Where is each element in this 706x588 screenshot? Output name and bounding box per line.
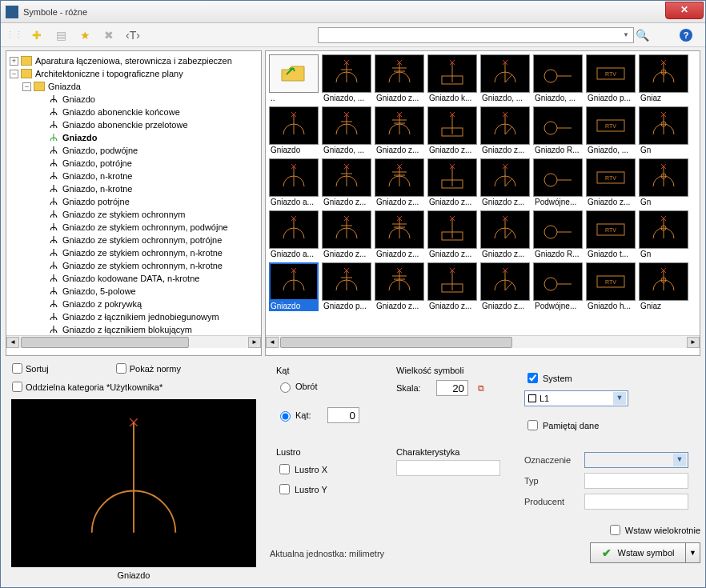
symbol-thumb[interactable]: Gniaz: [639, 262, 688, 311]
mirror-y-checkbox[interactable]: [279, 484, 290, 494]
tree-node[interactable]: − Gniazda: [10, 80, 261, 93]
tree-leaf[interactable]: Gniazdo: [10, 131, 261, 144]
up-folder-thumb[interactable]: ..: [269, 54, 319, 103]
symbol-thumb[interactable]: Gniazdo, ...: [480, 54, 530, 103]
symbol-thumb[interactable]: Gniazdo z...: [427, 106, 477, 155]
list-icon[interactable]: ▤: [52, 26, 70, 44]
symbol-thumb[interactable]: Gniazdo z...: [375, 210, 424, 259]
horizontal-scrollbar[interactable]: ◄ ►: [266, 335, 700, 348]
rotation-radio[interactable]: [280, 382, 291, 393]
tree-leaf[interactable]: Gniazdo potrójne: [10, 195, 261, 208]
show-norms-checkbox[interactable]: Pokaż normy: [113, 361, 181, 376]
symbol-thumb[interactable]: Gniazdo a...: [269, 210, 319, 259]
tree-leaf[interactable]: Gniazdo: [10, 93, 261, 106]
collapse-icon[interactable]: −: [22, 82, 31, 91]
symbol-thumb[interactable]: Podwójne...: [533, 158, 583, 207]
sort-checkbox[interactable]: Sortuj: [9, 361, 49, 376]
tree-leaf[interactable]: Gniazdo, 5-polowe: [10, 285, 261, 298]
manufacturer-input[interactable]: [584, 494, 688, 510]
tree-leaf[interactable]: Gniazdo abonenckie końcowe: [10, 106, 261, 118]
scroll-thumb[interactable]: [21, 337, 189, 348]
insert-dropdown-button[interactable]: ▼: [686, 542, 700, 563]
tree-leaf[interactable]: Gniazdo, potrójne: [10, 157, 261, 170]
symbol-thumb[interactable]: Gniazdo z...: [375, 262, 424, 311]
scroll-right-button[interactable]: ►: [687, 337, 700, 348]
text-icon[interactable]: ‹T›: [124, 26, 142, 44]
tree-leaf[interactable]: Gniazdo, n-krotne: [10, 170, 261, 182]
symbol-thumb[interactable]: Gniaz: [639, 54, 688, 103]
symbol-thumb[interactable]: Gniazdo z...: [480, 210, 530, 259]
tree-leaf[interactable]: Gniazdo ze stykiem ochronnym, podwójne: [10, 221, 261, 234]
symbol-thumb[interactable]: Gniazdo z...: [480, 158, 530, 207]
symbol-thumb[interactable]: Gniazdo: [269, 106, 319, 155]
system-select[interactable]: L1 ▼: [524, 390, 628, 406]
symbol-thumb[interactable]: Gniazdo R...: [533, 210, 583, 259]
help-icon[interactable]: ?: [680, 29, 692, 42]
tree-leaf[interactable]: Gniazdo ze stykiem ochronnym: [10, 208, 261, 221]
characteristic-input[interactable]: [396, 460, 500, 476]
symbol-thumb[interactable]: Gniazdo, ...: [322, 54, 371, 103]
user-category-checkbox[interactable]: Oddzielna kategoria *Użytkownika*: [9, 379, 162, 394]
symbol-thumb[interactable]: RTVGniazdo z...: [586, 158, 636, 207]
symbol-thumb[interactable]: Gniazdo z...: [375, 54, 424, 103]
tree-leaf[interactable]: Gniazdo abonenckie przelotowe: [10, 118, 261, 131]
add-icon[interactable]: ✚: [28, 26, 46, 44]
tree[interactable]: + Aparatura łączeniowa, sterownicza i za…: [6, 51, 261, 335]
tree-node-root[interactable]: − Architektoniczne i topograficzne plany: [10, 67, 261, 80]
symbol-thumb[interactable]: Gniazdo z...: [427, 210, 477, 259]
horizontal-scrollbar[interactable]: ◄ ►: [6, 335, 261, 348]
tree-leaf[interactable]: Gniazdo ze stykiem ochronnym, n-krotne: [10, 246, 261, 259]
symbol-thumb[interactable]: Gniazdo z...: [427, 262, 477, 311]
symbol-thumb[interactable]: Gniazdo z...: [427, 158, 477, 207]
delete-icon[interactable]: ✖: [100, 26, 118, 44]
tree-leaf[interactable]: Gniazdo z łącznikiem blokującym: [10, 323, 261, 335]
tree-leaf[interactable]: Gniazdo ze stykiem ochronnym, potrójne: [10, 234, 261, 246]
tree-leaf[interactable]: Gniazdo z łącznikiem jednobiegunowym: [10, 310, 261, 323]
remember-checkbox[interactable]: [527, 420, 538, 430]
symbol-thumb[interactable]: Gniazdo a...: [269, 158, 319, 207]
tree-leaf[interactable]: Gniazdo, podwójne: [10, 144, 261, 157]
symbol-thumb[interactable]: Gn: [639, 158, 688, 207]
symbol-thumb[interactable]: RTVGniazdo, ...: [586, 106, 636, 155]
symbol-thumb[interactable]: Gniazdo p...: [322, 262, 371, 311]
symbol-thumb[interactable]: Gniazdo z...: [375, 158, 424, 207]
type-input[interactable]: [584, 473, 688, 489]
tree-leaf[interactable]: Gniazdo ze stykiem ochronnym, n-krotne: [10, 259, 261, 272]
tree-node-root[interactable]: + Aparatura łączeniowa, sterownicza i za…: [10, 54, 261, 67]
symbol-thumb[interactable]: Gniazdo z...: [375, 106, 424, 155]
symbol-thumb[interactable]: Gniazdo, ...: [533, 54, 583, 103]
scroll-left-button[interactable]: ◄: [6, 337, 19, 348]
scale-input[interactable]: [436, 380, 468, 396]
scroll-right-button[interactable]: ►: [248, 337, 261, 348]
symbol-thumb[interactable]: Gniazdo k...: [427, 54, 477, 103]
symbol-thumb[interactable]: Gniazdo z...: [322, 210, 371, 259]
symbol-thumb[interactable]: Gniazdo z...: [322, 158, 371, 207]
symbol-thumb[interactable]: Podwójne...: [533, 262, 583, 311]
search-input[interactable]: [318, 27, 634, 43]
designation-select[interactable]: ▼: [584, 452, 688, 468]
symbol-thumb[interactable]: Gniazdo: [269, 262, 319, 311]
system-checkbox[interactable]: [527, 373, 538, 383]
expand-icon[interactable]: +: [10, 57, 18, 66]
scroll-left-button[interactable]: ◄: [266, 337, 279, 348]
symbol-thumb[interactable]: RTVGniazdo t...: [586, 210, 636, 259]
collapse-icon[interactable]: −: [10, 70, 18, 78]
tree-leaf[interactable]: Gniazdo kodowane DATA, n-krotne: [10, 272, 261, 285]
symbol-thumb[interactable]: Gn: [639, 210, 688, 259]
thumbnail-grid[interactable]: ..Gniazdo, ...Gniazdo z...Gniazdo k...Gn…: [266, 51, 700, 335]
favorite-icon[interactable]: ★: [76, 26, 94, 44]
symbol-thumb[interactable]: Gniazdo z...: [480, 106, 530, 155]
tree-leaf[interactable]: Gniazdo z pokrywką: [10, 298, 261, 310]
angle-input[interactable]: [327, 407, 359, 423]
scroll-thumb[interactable]: [280, 337, 512, 348]
angle-radio[interactable]: [280, 411, 291, 422]
symbol-thumb[interactable]: Gn: [639, 106, 688, 155]
scale-icon[interactable]: ⧉: [478, 383, 484, 394]
close-button[interactable]: ✕: [665, 2, 704, 19]
multi-insert-checkbox[interactable]: [610, 525, 620, 535]
mirror-x-checkbox[interactable]: [279, 464, 290, 474]
symbol-thumb[interactable]: RTVGniazdo p...: [586, 54, 636, 103]
symbol-thumb[interactable]: Gniazdo R...: [533, 106, 583, 155]
symbol-thumb[interactable]: RTVGniazdo h...: [586, 262, 636, 311]
tree-leaf[interactable]: Gniazdo, n-krotne: [10, 182, 261, 195]
